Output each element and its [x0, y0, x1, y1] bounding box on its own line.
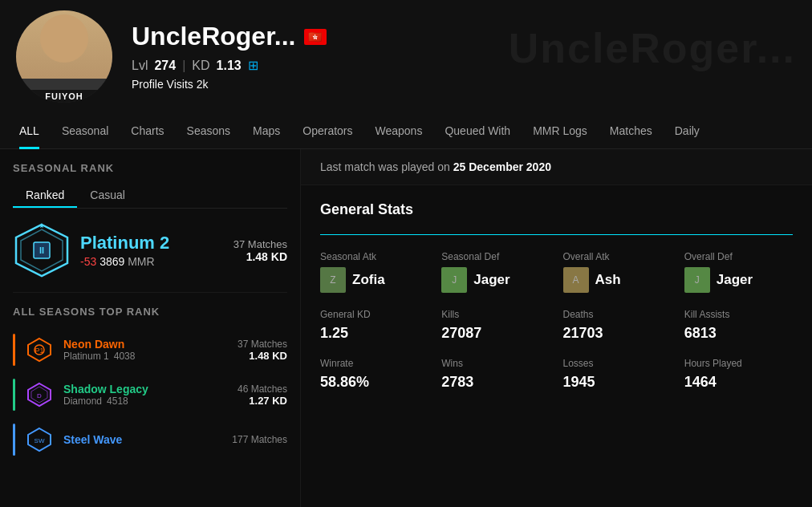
- divider: |: [182, 59, 185, 73]
- nav-item-daily[interactable]: Daily: [664, 112, 711, 149]
- nav-item-operators[interactable]: Operators: [291, 112, 363, 149]
- rank-matches: 37 Matches: [233, 238, 287, 250]
- op-icon-zofia: Z: [320, 267, 346, 293]
- rank-tab-ranked[interactable]: Ranked: [13, 184, 77, 208]
- rank-tab-casual[interactable]: Casual: [77, 184, 138, 208]
- season-icon-steel-wave: SW: [25, 425, 54, 454]
- stat-value-general-kd: 1.25: [320, 325, 428, 342]
- season-item-steel-wave[interactable]: SW Steel Wave 177 Matches: [0, 417, 300, 462]
- stat-op-row-zofia: Z Zofia: [320, 267, 428, 293]
- windows-icon: ⊞: [248, 58, 258, 73]
- header: FUIYOH UncleRoger... 🇭🇰 Lvl 274 | KD 1.1…: [0, 0, 812, 112]
- level-label: Lvl: [132, 59, 148, 73]
- general-stats-title: General Stats: [320, 201, 793, 218]
- season-info-steel-wave: Steel Wave: [63, 433, 222, 446]
- stat-label-hours-played: Hours Played: [684, 358, 793, 369]
- profile-visits-label: Profile Visits: [132, 78, 193, 91]
- stat-label-deaths: Deaths: [563, 309, 672, 320]
- stat-value-winrate: 58.86%: [320, 374, 428, 391]
- flag-badge: 🇭🇰: [304, 29, 327, 45]
- stats-grid: Seasonal Atk Z Zofia Seasonal Def J Jage…: [320, 251, 793, 391]
- stat-op-row-ash: A Ash: [563, 267, 672, 293]
- nav-item-matches[interactable]: Matches: [599, 112, 664, 149]
- kd-label: KD: [192, 59, 209, 73]
- rank-badge-icon: II: [13, 221, 71, 279]
- svg-text:II: II: [39, 245, 44, 255]
- stat-value-hours-played: 1464: [684, 374, 793, 391]
- season-name-neon-dawn: Neon Dawn: [63, 338, 228, 351]
- stat-op-row-jager-1: J Jager: [441, 267, 550, 293]
- season-kd-neon-dawn: 1.48 KD: [238, 350, 287, 362]
- season-info-neon-dawn: Neon Dawn Platinum 1 4038: [63, 338, 228, 362]
- stat-cell-wins: Wins 2783: [441, 358, 550, 391]
- op-icon-ash: A: [563, 267, 589, 293]
- stat-cell-kills: Kills 27087: [441, 309, 550, 342]
- username: UncleRoger...: [132, 22, 296, 51]
- rank-delta: -53: [80, 255, 96, 268]
- last-match-bar: Last match was played on 25 December 202…: [301, 149, 812, 185]
- season-bar-neon-dawn: [13, 334, 15, 366]
- stat-value-deaths: 21703: [563, 325, 672, 342]
- rank-kd: 1.48 KD: [233, 250, 287, 263]
- avatar-face: [16, 10, 112, 79]
- stat-cell-general-kd: General KD 1.25: [320, 309, 428, 342]
- op-icon-jager-1: J: [441, 267, 467, 293]
- all-seasons-title: All Seasons Top Rank: [0, 306, 300, 318]
- stat-label-kills: Kills: [441, 309, 550, 320]
- season-icon-shadow-legacy: D: [25, 380, 54, 409]
- rank-mmr-number: 3869: [99, 255, 124, 268]
- stat-label-seasonal-atk: Seasonal Atk: [320, 251, 428, 262]
- season-mmr-shadow-legacy: 4518: [107, 395, 128, 407]
- stat-cell-losses: Losses 1945: [563, 358, 672, 391]
- stat-cell-seasonal-def: Seasonal Def J Jager: [441, 251, 550, 293]
- stat-label-seasonal-def: Seasonal Def: [441, 251, 550, 262]
- svg-text:D: D: [37, 392, 42, 400]
- season-matches-steel-wave: 177 Matches: [232, 434, 287, 445]
- profile-visits-value: 2k: [197, 78, 209, 91]
- season-matches-neon-dawn: 37 Matches: [238, 339, 287, 350]
- season-rank-shadow-legacy: Diamond: [63, 395, 102, 407]
- season-kd-shadow-legacy: 1.27 KD: [238, 395, 287, 407]
- nav-item-charts[interactable]: Charts: [120, 112, 175, 149]
- left-divider: [13, 292, 287, 293]
- season-mmr-neon-dawn: 4038: [114, 351, 136, 362]
- nav-item-seasonal[interactable]: Seasonal: [51, 112, 120, 149]
- stat-label-winrate: Winrate: [320, 358, 428, 369]
- season-rank-line-shadow-legacy: Diamond 4518: [63, 395, 228, 407]
- nav-item-weapons[interactable]: Weapons: [364, 112, 434, 149]
- op-name-ash: Ash: [595, 272, 621, 288]
- header-stats-row: Lvl 274 | KD 1.13 ⊞: [132, 58, 327, 73]
- left-panel: Seasonal Rank Ranked Casual II Platinum …: [0, 149, 301, 507]
- season-matches-shadow-legacy: 46 Matches: [238, 383, 287, 395]
- nav-item-queued-with[interactable]: Queued With: [433, 112, 522, 149]
- season-name-steel-wave: Steel Wave: [63, 433, 222, 446]
- stats-divider: [320, 234, 793, 235]
- username-row: UncleRoger... 🇭🇰: [132, 22, 327, 51]
- nav-item-maps[interactable]: Maps: [242, 112, 291, 149]
- season-right-shadow-legacy: 46 Matches 1.27 KD: [238, 383, 287, 407]
- season-item-shadow-legacy[interactable]: D Shadow Legacy Diamond 4518 46 Matches …: [0, 372, 300, 417]
- season-rank-line-neon-dawn: Platinum 1 4038: [63, 351, 228, 362]
- last-match-date: 25 December 2020: [453, 160, 551, 173]
- level-value: 274: [154, 59, 176, 73]
- op-name-jager-2: Jager: [717, 272, 753, 288]
- nav-bar: ALL Seasonal Charts Seasons Maps Operato…: [0, 112, 812, 149]
- stat-op-row-jager-2: J Jager: [684, 267, 793, 293]
- nav-item-all[interactable]: ALL: [8, 112, 51, 149]
- main-content: Seasonal Rank Ranked Casual II Platinum …: [0, 149, 812, 507]
- seasonal-rank-title: Seasonal Rank: [0, 162, 300, 174]
- rank-info: Platinum 2 -53 3869 MMR: [80, 233, 224, 268]
- rank-card: II Platinum 2 -53 3869 MMR 37 Matches 1.…: [0, 221, 300, 292]
- op-icon-jager-2: J: [684, 267, 710, 293]
- season-bar-shadow-legacy: [13, 379, 15, 411]
- season-rank-neon-dawn: Platinum 1: [63, 351, 109, 362]
- nav-item-mmr-logs[interactable]: MMR Logs: [522, 112, 599, 149]
- season-item-neon-dawn[interactable]: P1 Neon Dawn Platinum 1 4038 37 Matches …: [0, 327, 300, 372]
- stat-value-wins: 2783: [441, 374, 550, 391]
- avatar-label: FUIYOH: [16, 90, 112, 103]
- stat-value-losses: 1945: [563, 374, 672, 391]
- stat-cell-overall-atk: Overall Atk A Ash: [563, 251, 672, 293]
- kd-value: 1.13: [217, 59, 242, 73]
- nav-item-seasons[interactable]: Seasons: [176, 112, 242, 149]
- stat-label-general-kd: General KD: [320, 309, 428, 320]
